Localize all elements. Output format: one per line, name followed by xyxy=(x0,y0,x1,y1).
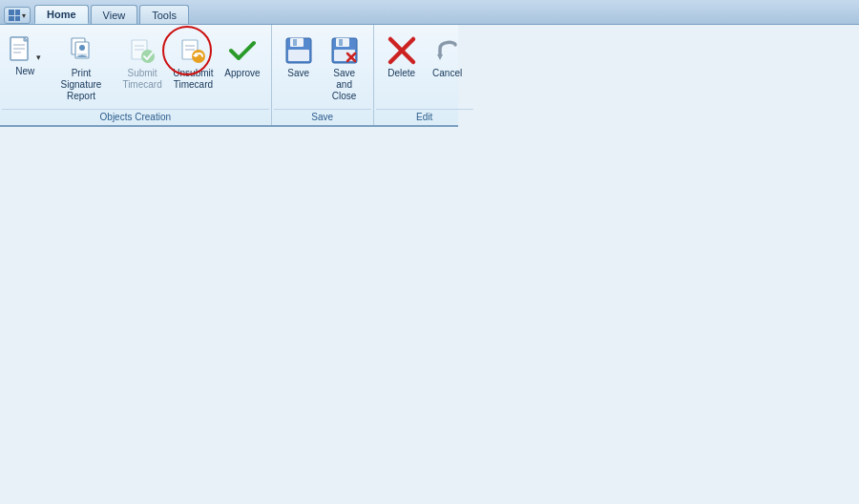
save-icon xyxy=(283,35,314,66)
print-signature-report-button[interactable]: Print SignatureReport xyxy=(46,31,115,105)
svg-rect-21 xyxy=(293,39,297,46)
group-buttons-edit: Delete Cancel xyxy=(376,29,473,107)
save-label: Save xyxy=(287,68,309,79)
save-button[interactable]: Save xyxy=(278,31,320,82)
approve-svg-icon xyxy=(227,35,258,66)
grid-icon xyxy=(9,10,20,21)
group-edit: Delete Cancel Edit xyxy=(374,25,475,125)
group-buttons-objects-creation: ▾ New xyxy=(2,29,269,107)
svg-point-7 xyxy=(79,45,85,51)
delete-svg-icon xyxy=(387,35,417,66)
save-and-close-icon xyxy=(329,35,360,66)
delete-button[interactable]: Delete xyxy=(380,31,424,82)
approve-button[interactable]: Approve xyxy=(220,31,264,82)
view-toggle-group: ▾ xyxy=(4,7,31,24)
new-doc-icon xyxy=(9,35,35,66)
save-and-close-button[interactable]: Save andClose xyxy=(322,31,367,105)
submit-svg-icon xyxy=(128,36,157,65)
cancel-icon xyxy=(432,35,463,66)
svg-marker-31 xyxy=(437,54,443,60)
print-signature-report-label: Print SignatureReport xyxy=(52,68,109,102)
new-button[interactable]: ▾ New xyxy=(6,31,44,80)
group-buttons-save: Save Save andClose xyxy=(274,29,371,107)
cancel-svg-icon xyxy=(432,35,463,66)
save-and-close-label: Save andClose xyxy=(328,68,361,102)
group-label-objects-creation: Objects Creation xyxy=(2,109,269,125)
delete-label: Delete xyxy=(388,68,415,79)
tab-bar: ▾ Home View Tools xyxy=(0,0,859,25)
delete-icon xyxy=(387,35,417,66)
new-icon: ▾ xyxy=(9,35,41,66)
unsubmit-timecard-button[interactable]: UnsubmitTimecard xyxy=(169,31,219,94)
submit-timecard-button[interactable]: SubmitTimecard xyxy=(118,31,167,94)
group-label-edit: Edit xyxy=(376,109,473,125)
view-toggle-button[interactable]: ▾ xyxy=(4,7,31,24)
dropdown-arrow-icon: ▾ xyxy=(22,11,26,20)
cancel-button[interactable]: Cancel xyxy=(426,31,470,82)
save-close-svg-icon xyxy=(330,36,359,65)
submit-icon xyxy=(127,35,157,66)
tab-home[interactable]: Home xyxy=(34,5,89,24)
tab-view[interactable]: View xyxy=(91,5,138,24)
save-svg-icon xyxy=(284,36,313,65)
ribbon: ▾ New xyxy=(0,25,458,127)
tab-tools[interactable]: Tools xyxy=(139,5,189,24)
unsubmit-icon xyxy=(178,35,208,66)
cancel-label: Cancel xyxy=(432,68,462,79)
new-label: New xyxy=(15,66,34,77)
svg-rect-25 xyxy=(339,39,343,46)
unsubmit-svg-icon xyxy=(178,36,207,65)
unsubmit-timecard-label: UnsubmitTimecard xyxy=(173,68,213,91)
new-dropdown-arrow: ▾ xyxy=(36,52,41,62)
approve-label: Approve xyxy=(224,68,260,79)
group-label-save: Save xyxy=(274,109,371,125)
svg-rect-22 xyxy=(288,50,309,61)
print-svg-icon xyxy=(67,36,95,65)
group-objects-creation: ▾ New xyxy=(0,25,272,125)
print-icon xyxy=(66,35,96,66)
approve-icon xyxy=(227,35,258,66)
group-save: Save Save andClose Sav xyxy=(272,25,374,125)
submit-timecard-label: SubmitTimecard xyxy=(122,68,161,91)
